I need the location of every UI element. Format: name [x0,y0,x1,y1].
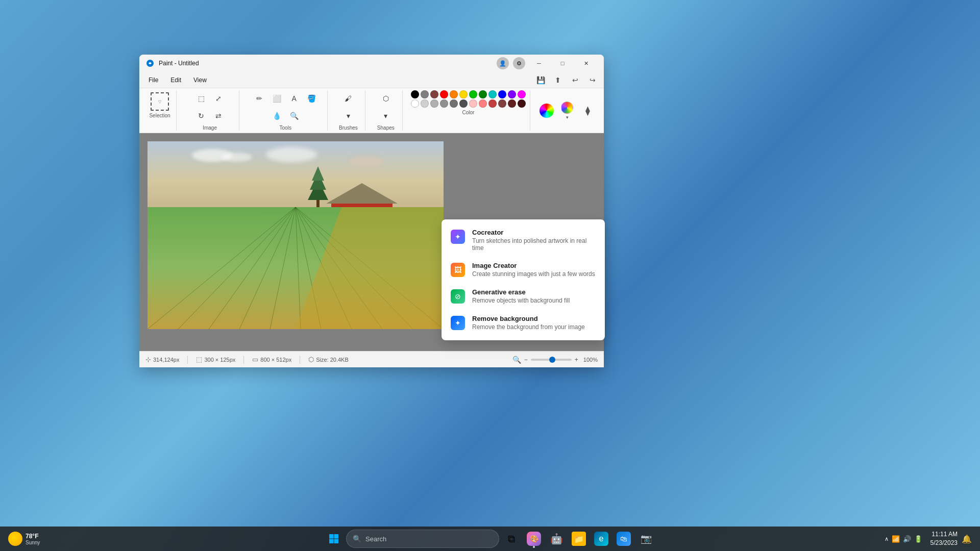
menu-edit[interactable]: Edit [165,74,186,86]
zoom-in-btn[interactable]: + [575,356,578,363]
resize-tool[interactable]: ⤢ [210,90,227,107]
paint-app-icon [145,59,155,68]
battery-icon[interactable]: 🔋 [914,535,922,543]
start-button[interactable] [324,529,344,549]
ribbon-section-image: ⬚ ⤢ ↻ ⇄ Image [181,90,239,131]
menu-view[interactable]: View [188,74,212,86]
ai-tools-dropdown-btn[interactable]: ▾ [558,102,576,120]
taskbar-datetime[interactable]: 11:11 AM 5/23/2023 [930,530,958,547]
redo-button[interactable]: ↪ [585,74,600,86]
taskbar-store[interactable]: 🛍 [614,529,634,549]
color-purple[interactable] [508,90,516,98]
network-icon[interactable]: 📶 [892,535,900,543]
color-pink[interactable] [469,99,477,108]
zoom-slider[interactable] [531,359,572,361]
color-black[interactable] [411,90,419,98]
taskbar-photos[interactable]: 📷 [636,529,656,549]
image-label: Image [203,125,217,131]
brush-dropdown[interactable]: ▾ [340,108,356,124]
ribbon-section-brushes: 🖌 ▾ Brushes [332,90,365,131]
color-maroon[interactable] [498,99,506,108]
color-lightgray2[interactable] [430,99,438,108]
color-brick[interactable] [488,99,497,108]
brush-btn[interactable]: 🖌 [340,90,356,107]
paint-window: Paint - Untitled 👤 ⚙ ─ □ ✕ File Edit Vie… [139,55,604,367]
weather-widget[interactable]: 78°F Sunny [8,532,40,546]
save-button[interactable]: 💾 [533,74,548,86]
volume-icon[interactable]: 🔊 [903,535,911,543]
color-cyan[interactable] [488,90,497,98]
maximize-button[interactable]: □ [551,55,574,72]
minimize-button[interactable]: ─ [527,55,551,72]
zoom-icon-search[interactable]: 🔍 [512,356,521,364]
weather-temp: 78°F [26,533,40,540]
taskbar-paint[interactable]: 🎨 [524,529,544,549]
rainbow-palette-icon [540,104,554,118]
color-medgray[interactable] [440,99,448,108]
color-green[interactable] [479,90,487,98]
color-wine[interactable] [508,99,516,108]
color-darkgray[interactable] [450,99,458,108]
color-blue[interactable] [498,90,506,98]
color-magenta[interactable] [518,90,526,98]
generative-erase-desc: Remove objects with background fill [472,297,597,304]
cocreator-menu-item[interactable]: ✦ Cocreator Turn sketches into polished … [442,223,605,257]
taskbar-edge[interactable]: e [591,529,611,549]
taskbar-search[interactable]: 🔍 Search [346,530,499,548]
taskbar-copilot[interactable]: 🤖 [546,529,567,549]
selection-label: Selection [149,113,170,118]
status-divider-1 [187,356,188,364]
color-lime[interactable] [469,90,477,98]
color-lightgray1[interactable] [421,99,429,108]
paint-canvas[interactable] [148,141,444,329]
eraser-tool[interactable]: ⬜ [268,90,285,107]
share-button[interactable]: ⬆ [551,74,565,86]
magnify-tool[interactable]: 🔍 [286,108,302,124]
generative-erase-icon: ⊘ [450,288,466,305]
color-darkred[interactable] [430,90,438,98]
file-size-display: ⬡ Size: 20.4KB [308,356,349,363]
zoom-out-btn[interactable]: − [524,356,528,363]
undo-button[interactable]: ↩ [568,74,582,86]
system-tray-icons: ∧ 📶 🔊 🔋 [885,535,922,543]
menu-bar: File Edit View 💾 ⬆ ↩ ↪ [139,72,604,88]
layers-btn[interactable]: ⧫ [578,102,597,120]
taskbar-taskview[interactable]: ⧉ [501,529,522,549]
color-gray[interactable] [421,90,429,98]
color-white-outline[interactable] [411,99,419,108]
text-tool[interactable]: A [286,90,302,107]
color-red[interactable] [440,90,448,98]
color-darkwine[interactable] [518,99,526,108]
status-bar: ⊹ 314,124px ⬚ 300 × 125px ▭ 800 × 512px … [139,351,604,367]
remove-bg-menu-item[interactable]: ✦ Remove background Remove the backgroun… [442,310,605,336]
chevron-up-icon[interactable]: ∧ [885,536,889,542]
color-salmon[interactable] [479,99,487,108]
remove-bg-title: Remove background [472,315,597,322]
color-picker-tool[interactable]: 💧 [268,108,285,124]
color-verydark[interactable] [459,99,468,108]
color-orange[interactable] [450,90,458,98]
crop-tool[interactable]: ⬚ [193,90,209,107]
shapes-btn[interactable]: ⬡ [378,90,394,107]
edge-icon: e [594,532,608,546]
close-button[interactable]: ✕ [574,55,598,72]
rotate-tool[interactable]: ↻ [193,108,209,124]
fill-tool[interactable]: 🪣 [303,90,320,107]
color-yellow[interactable] [459,90,468,98]
color-palette-btn[interactable] [537,102,556,120]
pencil-tool[interactable]: ✏ [251,90,267,107]
settings-icon[interactable]: ⚙ [513,57,525,69]
shapes-dropdown[interactable]: ▾ [378,108,394,124]
flip-tool[interactable]: ⇄ [210,108,227,124]
menu-file[interactable]: File [143,74,163,86]
generative-erase-menu-item[interactable]: ⊘ Generative erase Remove objects with b… [442,283,605,310]
shape-tools: ⬡ ▾ [374,90,398,124]
image-creator-desc: Create stunning images with just a few w… [472,270,597,278]
image-creator-icon: 🖼 [450,262,466,278]
weather-info: 78°F Sunny [26,533,40,545]
image-creator-menu-item[interactable]: 🖼 Image Creator Create stunning images w… [442,257,605,283]
ribbon: ▽ Selection ⬚ ⤢ ↻ ⇄ Image ✏ ⬜ A 🪣 💧 � [139,88,604,133]
selection-tool-button[interactable]: ▽ [148,91,172,112]
notification-btn[interactable]: 🔔 [962,534,972,544]
taskbar-fileexplorer[interactable]: 📁 [569,529,589,549]
